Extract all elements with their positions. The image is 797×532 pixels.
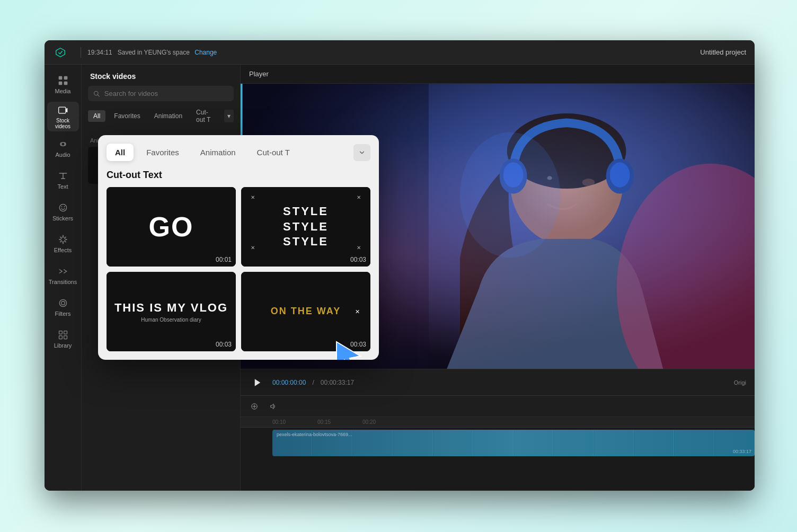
strip-frame-7 <box>514 430 554 456</box>
cross-1: ✕ <box>251 194 255 200</box>
svg-point-24 <box>503 162 524 187</box>
sidebar-item-effects[interactable]: Effects <box>47 229 79 259</box>
filters-label: Filters <box>55 311 71 317</box>
style-text-1: STYLE <box>283 205 329 218</box>
overlay-tab-all[interactable]: All <box>107 144 134 161</box>
overlay-thumb-go[interactable]: GO 00:01 <box>107 187 236 267</box>
svg-point-23 <box>606 158 634 193</box>
strip-frame-5 <box>433 430 473 456</box>
effects-label: Effects <box>54 247 72 254</box>
timeline-controls <box>241 396 755 417</box>
style-time: 00:03 <box>350 256 366 263</box>
sidebar-item-stickers[interactable]: Stickers <box>47 197 79 227</box>
top-bar-info: 19:34:11 Saved in YEUNG's space Change <box>87 49 700 56</box>
sidebar-item-stock-videos[interactable]: Stockvideos <box>47 102 79 131</box>
filter-tab-all[interactable]: All <box>88 110 105 122</box>
strip-frame-10 <box>634 430 674 456</box>
svg-rect-12 <box>64 331 67 334</box>
timeline-scroll: 00:10 00:15 00:20 <box>241 417 755 491</box>
overlay-thumb-style[interactable]: ✕ ✕ ✕ ✕ STYLE STYLE STYLE 00:03 <box>241 187 370 267</box>
vlog-main-text: THIS IS MY VLOG <box>114 301 228 315</box>
orig-label: Origi <box>734 379 746 386</box>
media-icon <box>57 75 69 86</box>
timeline-add-button[interactable] <box>247 399 262 414</box>
svg-rect-11 <box>59 331 62 334</box>
svg-point-9 <box>59 299 66 306</box>
svg-point-21 <box>507 113 626 189</box>
top-bar: 19:34:11 Saved in YEUNG's space Change U… <box>45 40 755 65</box>
strip-frame-11 <box>675 430 714 456</box>
svg-point-30 <box>460 132 560 258</box>
strip-frame-9 <box>594 430 634 456</box>
timeline-volume-button[interactable] <box>266 399 281 414</box>
filter-tab-favorites[interactable]: Favorites <box>109 110 145 122</box>
sidebar-item-media[interactable]: Media <box>47 70 79 100</box>
strip-frame-4 <box>393 430 433 456</box>
panel-title: Stock videos <box>82 65 240 86</box>
svg-point-7 <box>61 206 62 207</box>
onway-line1: ON THE WAY <box>271 305 341 317</box>
overlay-tab-cutout[interactable]: Cut-out T <box>249 144 298 161</box>
overlay-section-title: Cut-out Text <box>107 170 370 181</box>
onway-text-wrapper: ON THE WAY <box>271 305 341 317</box>
overlay-tab-animation[interactable]: Animation <box>192 144 244 161</box>
stickers-label: Stickers <box>52 215 73 222</box>
overlay-tabs: All Favorites Animation Cut-out T <box>107 144 370 161</box>
video-strip-row: pexels-ekaterina-bolovtsova-7669... 00:3… <box>241 428 755 458</box>
vlog-sub-text: Human Observation diary <box>141 317 201 323</box>
current-time: 00:00:00:00 <box>272 379 306 386</box>
sidebar-item-library[interactable]: Library <box>47 324 79 354</box>
timeline-ruler: 00:10 00:15 00:20 <box>241 417 755 428</box>
svg-point-25 <box>610 162 630 187</box>
go-time: 00:01 <box>216 256 232 263</box>
ruler-mark-1: 00:10 <box>272 419 286 425</box>
media-label: Media <box>55 88 71 95</box>
search-input[interactable] <box>104 90 228 97</box>
text-label: Text <box>57 183 68 190</box>
timeline-section: 00:10 00:15 00:20 <box>241 395 755 491</box>
overlay-tab-more-button[interactable] <box>353 144 370 161</box>
sidebar-item-audio[interactable]: Audio <box>47 134 79 163</box>
search-bar[interactable] <box>88 86 234 101</box>
total-time: 00:00:33:17 <box>321 379 354 386</box>
overlay-grid: GO 00:01 ✕ ✕ ✕ ✕ STYLE STYLE STYLE 00:03… <box>107 187 370 351</box>
filter-tabs: All Favorites Animation Cut-out T ▾ <box>82 107 240 131</box>
filter-tab-more-button[interactable]: ▾ <box>224 110 234 122</box>
go-text: GO <box>149 211 194 243</box>
svg-point-6 <box>59 204 66 211</box>
strip-frame-6 <box>474 430 513 456</box>
app-logo <box>53 45 68 60</box>
strip-frame-3 <box>353 430 393 456</box>
transitions-label: Transitions <box>49 279 77 286</box>
svg-rect-0 <box>58 76 62 80</box>
cross-2: ✕ <box>357 194 361 200</box>
filter-tab-animation[interactable]: Animation <box>149 110 188 122</box>
timeline-marks: 00:10 00:15 00:20 <box>272 419 376 425</box>
stock-videos-label: Stockvideos <box>55 118 70 129</box>
strip-duration: 00:33:17 <box>733 449 751 454</box>
filter-tab-cutout[interactable]: Cut-out T <box>191 107 221 126</box>
audio-label: Audio <box>55 152 70 158</box>
svg-point-20 <box>510 120 623 245</box>
text-icon <box>57 170 69 182</box>
sidebar-item-text[interactable]: Text <box>47 165 79 195</box>
video-strip: pexels-ekaterina-bolovtsova-7669... 00:3… <box>272 430 755 456</box>
filters-icon <box>57 297 69 309</box>
play-button[interactable] <box>249 374 266 391</box>
player-header: Player <box>241 65 755 84</box>
sidebar-item-transitions[interactable]: Transitions <box>47 261 79 290</box>
cross-4: ✕ <box>357 245 361 251</box>
sidebar-item-filters[interactable]: Filters <box>47 292 79 322</box>
svg-rect-13 <box>59 336 62 339</box>
overlay-tab-favorites[interactable]: Favorites <box>138 144 188 161</box>
style-text-3: STYLE <box>283 235 329 249</box>
timestamp: 19:34:11 <box>87 49 112 56</box>
svg-point-10 <box>61 302 65 305</box>
saved-info: Saved in YEUNG's space <box>118 49 190 56</box>
bottom-controls: 00:00:00:00 / 00:00:33:17 Origi <box>241 369 755 395</box>
top-bar-divider <box>81 47 81 58</box>
change-link[interactable]: Change <box>194 49 217 56</box>
overlay-thumb-vlog[interactable]: THIS IS MY VLOG Human Observation diary … <box>107 272 236 351</box>
effects-icon <box>57 234 69 245</box>
onway-cross: ✕ <box>355 308 360 315</box>
